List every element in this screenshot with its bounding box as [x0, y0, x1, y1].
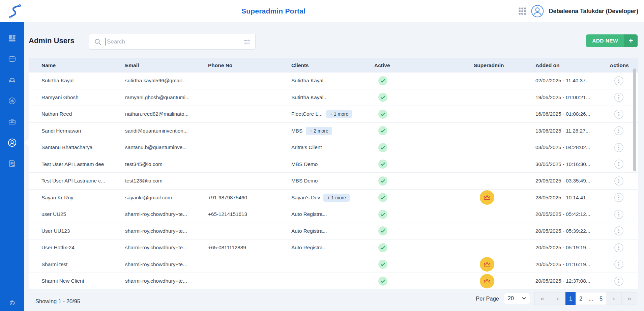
user-email: sharmi-roy.chowdhury+te... — [125, 228, 187, 234]
sidebar-item-dashboard[interactable] — [0, 28, 24, 49]
cell-clients: MBS Demo — [279, 161, 361, 167]
row-actions-button[interactable] — [614, 93, 623, 102]
cell-superadmin — [461, 140, 523, 155]
client-name: Auto Registra... — [291, 245, 327, 251]
row-actions-button[interactable] — [614, 76, 623, 85]
top-right-cluster: Debaleena Talukdar (Developer) — [519, 0, 638, 22]
add-new-button[interactable]: ADD NEW + — [586, 34, 638, 47]
user-name: Nathan Reed — [41, 111, 72, 117]
row-actions-button[interactable] — [614, 126, 623, 135]
page-button-2[interactable]: 2 — [576, 292, 586, 305]
row-actions-button[interactable] — [614, 277, 623, 286]
last-page-button[interactable]: » — [621, 292, 637, 305]
page-title: Admin Users — [29, 36, 75, 45]
active-check-icon — [378, 176, 387, 186]
kebab-menu-icon — [614, 143, 623, 152]
first-page-button[interactable]: « — [534, 292, 550, 305]
client-more-badge[interactable]: + 1 more — [323, 194, 350, 202]
cell-actions — [597, 243, 638, 252]
sidebar-item-containers[interactable] — [0, 49, 24, 69]
col-header-active: Active — [361, 62, 461, 68]
row-actions-button[interactable] — [614, 176, 623, 186]
cell-name: User Hotfix-24 — [29, 245, 112, 251]
sidebar-item-toolbox[interactable] — [0, 111, 24, 132]
next-page-button[interactable]: › — [606, 292, 622, 305]
kebab-menu-icon — [614, 260, 623, 269]
apps-grid-icon[interactable] — [519, 7, 526, 15]
client-more-badge[interactable]: + 2 more — [306, 127, 332, 135]
user-email: sharmi-roy.chowdhury+te... — [125, 245, 187, 251]
row-actions-button[interactable] — [614, 160, 623, 169]
user-email: ramyani.ghosh@quantumi... — [125, 94, 190, 101]
active-check-icon — [378, 193, 387, 202]
toolbox-icon — [8, 117, 17, 126]
showing-count: Showing 1 - 20/95 — [35, 298, 80, 305]
search-input[interactable] — [107, 38, 243, 45]
cell-actions — [597, 277, 638, 286]
client-name: Sutirtha Kayal... — [291, 94, 328, 101]
cell-name: Test User API Lastnam dee — [29, 161, 112, 167]
dashboard-icon — [8, 34, 17, 43]
row-actions-button[interactable] — [614, 210, 623, 219]
row-actions-button[interactable] — [614, 110, 623, 119]
active-check-icon — [378, 277, 387, 286]
container-icon — [8, 55, 17, 63]
cell-superadmin — [461, 90, 523, 105]
row-actions-button[interactable] — [614, 143, 623, 152]
cell-actions — [597, 193, 638, 202]
user-email: test345@io.com — [125, 161, 163, 167]
cell-actions — [597, 126, 638, 135]
user-avatar-icon[interactable] — [531, 5, 544, 18]
cell-added-on: 19/06/2025 - 01:00:21... — [523, 94, 597, 101]
prev-page-button[interactable]: ‹ — [550, 292, 566, 305]
cell-email: sharmi-roy.chowdhury+te... — [112, 245, 195, 251]
kebab-menu-icon — [614, 193, 623, 202]
cell-added-on: 03/06/2025 - 04:28:02... — [523, 144, 597, 150]
per-page-label: Per Page — [476, 295, 499, 302]
page-button-1[interactable]: 1 — [565, 292, 576, 305]
row-actions-button[interactable] — [614, 243, 623, 252]
kebab-menu-icon — [614, 210, 623, 219]
sidebar-item-operations[interactable] — [0, 90, 24, 111]
cell-actions — [597, 260, 638, 269]
row-actions-button[interactable] — [614, 260, 623, 269]
table-row: Sharmi New Client sharmi-roy.chowdhury+t… — [29, 273, 638, 290]
cell-email: nathan.reed82@mailinato... — [112, 111, 195, 117]
table-row: Test User API Lastname c... test123@io.c… — [29, 173, 638, 190]
cell-actions — [597, 160, 638, 169]
cell-superadmin — [461, 157, 523, 171]
user-phone: +65-0811112889 — [208, 245, 246, 251]
user-phone: +65-1214151613 — [208, 211, 247, 217]
table-scrollbar[interactable] — [633, 68, 636, 171]
col-header-phone: Phone No — [195, 62, 279, 68]
cell-clients: MBS Demo — [279, 178, 361, 184]
chevron-down-icon — [522, 297, 526, 300]
col-header-email: Email — [112, 62, 195, 68]
kebab-menu-icon — [614, 110, 623, 119]
cell-name: Test User API Lastname c... — [29, 178, 112, 184]
added-on-value: 20/05/2025 - 05:39:22... — [535, 228, 590, 234]
row-actions-button[interactable] — [614, 193, 623, 202]
cell-email: test123@io.com — [112, 178, 195, 184]
cell-email: sutirtha.kayal596@gmail.... — [112, 78, 195, 84]
client-name: MBS Demo — [291, 161, 318, 167]
page-button-5[interactable]: 5 — [596, 292, 606, 305]
cell-clients: FleetCore L... + 1 more — [279, 110, 361, 118]
sidebar-item-admin-users[interactable] — [0, 132, 24, 153]
cell-superadmin — [461, 224, 523, 238]
filter-sliders-icon[interactable] — [243, 38, 251, 46]
cell-active — [361, 277, 461, 286]
client-more-badge[interactable]: + 1 more — [326, 110, 352, 118]
row-actions-button[interactable] — [614, 226, 623, 235]
cell-superadmin — [461, 190, 523, 205]
cell-phone: +91-9879875460 — [195, 195, 279, 201]
cell-active — [361, 193, 461, 202]
cell-active — [361, 243, 461, 252]
page-ellipsis[interactable]: ... — [586, 292, 596, 305]
user-email: sandi@quantuminvention... — [125, 128, 188, 134]
sidebar-item-vehicles[interactable] — [0, 69, 24, 90]
sidebar-item-reports[interactable] — [0, 153, 24, 174]
table-body: Sutirtha Kayal sutirtha.kayal596@gmail..… — [29, 73, 638, 290]
user-email: test123@io.com — [125, 178, 163, 184]
per-page-select[interactable]: 20 — [504, 293, 530, 304]
